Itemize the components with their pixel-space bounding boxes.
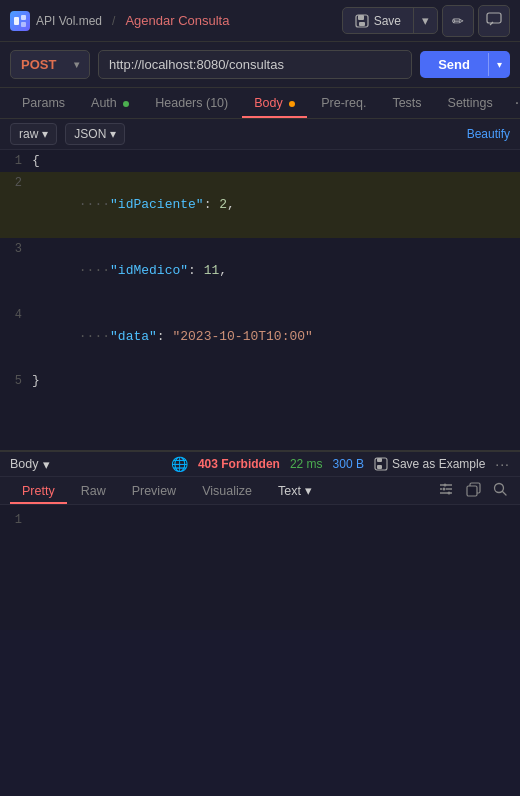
response-body: 1 (0, 505, 520, 630)
response-section: Body ▾ 🌐 403 Forbidden 22 ms 300 B Save … (0, 450, 520, 630)
tab-params[interactable]: Params (10, 88, 77, 118)
tab-params-label: Params (22, 96, 65, 110)
svg-rect-14 (467, 486, 477, 496)
breadcrumb: API Vol.med / Agendar Consulta (10, 11, 229, 31)
save-dropdown-button[interactable]: ▾ (413, 8, 437, 33)
tab-body[interactable]: Body (242, 88, 307, 118)
svg-point-12 (448, 492, 451, 495)
tab-headers-label: Headers (10) (155, 96, 228, 110)
line-content-2: ····"idPaciente": 2, (32, 172, 520, 238)
code-line-4: 4 ····"data": "2023-10-10T10:00" (0, 304, 520, 370)
svg-rect-1 (21, 15, 26, 20)
svg-rect-8 (377, 458, 382, 462)
tabs-more-icon[interactable]: ··· (507, 90, 520, 116)
format-select[interactable]: raw ▾ (10, 123, 57, 145)
resp-tab-pretty[interactable]: Pretty (10, 478, 67, 504)
beautify-button[interactable]: Beautify (467, 127, 510, 141)
line-content-1: { (32, 150, 520, 172)
val-idMedico: 11 (204, 263, 220, 278)
breadcrumb-current: Agendar Consulta (125, 13, 229, 28)
format-chevron-icon: ▾ (42, 127, 48, 141)
globe-icon: 🌐 (171, 456, 188, 472)
resp-tab-raw[interactable]: Raw (69, 478, 118, 504)
tab-auth[interactable]: Auth (79, 88, 141, 118)
method-select[interactable]: POST ▾ (10, 50, 90, 79)
line-num-3: 3 (0, 238, 32, 304)
tab-auth-label: Auth (91, 96, 117, 110)
response-toolbar: Body ▾ 🌐 403 Forbidden 22 ms 300 B Save … (0, 452, 520, 477)
svg-rect-4 (358, 15, 364, 20)
svg-point-10 (444, 484, 447, 487)
tab-prereq[interactable]: Pre-req. (309, 88, 378, 118)
tab-headers[interactable]: Headers (10) (143, 88, 240, 118)
code-line-5: 5 } (0, 370, 520, 392)
indent-dots-3: ···· (79, 263, 110, 278)
response-more-icon[interactable]: ··· (495, 456, 510, 472)
svg-point-11 (443, 488, 446, 491)
resp-format-select[interactable]: Text ▾ (266, 477, 324, 504)
topbar: API Vol.med / Agendar Consulta Save ▾ ✏ (0, 0, 520, 42)
line-content-5: } (32, 370, 520, 392)
send-button-group[interactable]: Send ▾ (420, 51, 510, 78)
beautify-label: Beautify (467, 127, 510, 141)
comment-button[interactable] (478, 5, 510, 37)
line-num-1: 1 (0, 150, 32, 172)
save-label: Save (374, 14, 401, 28)
tab-settings[interactable]: Settings (436, 88, 505, 118)
editor-toolbar: raw ▾ JSON ▾ Beautify (0, 119, 520, 150)
app-logo-icon (10, 11, 30, 31)
response-body-chevron-icon: ▾ (43, 457, 50, 472)
copy-icon[interactable] (464, 480, 483, 502)
line-content-3: ····"idMedico": 11, (32, 238, 520, 304)
url-input[interactable] (98, 50, 412, 79)
breadcrumb-parent: API Vol.med (36, 14, 102, 28)
resp-tab-visualize[interactable]: Visualize (190, 478, 264, 504)
tab-tests[interactable]: Tests (380, 88, 433, 118)
resp-line-num-1: 1 (0, 509, 32, 531)
tab-settings-label: Settings (448, 96, 493, 110)
val-idPaciente: 2 (219, 197, 227, 212)
response-status-bar: 🌐 403 Forbidden 22 ms 300 B Save as Exam… (171, 456, 510, 472)
comment-icon (486, 12, 502, 29)
save-example-button[interactable]: Save as Example (374, 457, 485, 471)
filter-icon[interactable] (436, 479, 456, 502)
indent-dots-2: ···· (79, 197, 110, 212)
breadcrumb-separator: / (112, 14, 115, 28)
request-tabs: Params Auth Headers (10) Body Pre-req. T… (0, 88, 520, 119)
resp-tab-raw-label: Raw (81, 484, 106, 498)
tab-prereq-label: Pre-req. (321, 96, 366, 110)
line-num-4: 4 (0, 304, 32, 370)
save-example-label: Save as Example (392, 457, 485, 471)
response-size: 300 B (333, 457, 364, 471)
code-line-1: 1 { (0, 150, 520, 172)
send-dropdown-button[interactable]: ▾ (488, 53, 510, 76)
key-data: "data" (110, 329, 157, 344)
val-data: "2023-10-10T10:00" (172, 329, 312, 344)
save-button[interactable]: Save (343, 9, 413, 33)
resp-tab-pretty-label: Pretty (22, 484, 55, 498)
search-icon[interactable] (491, 480, 510, 502)
resp-tab-visualize-label: Visualize (202, 484, 252, 498)
resp-tab-preview[interactable]: Preview (120, 478, 188, 504)
indent-dots-4: ···· (79, 329, 110, 344)
auth-dot-icon (123, 101, 129, 107)
code-line-3: 3 ····"idMedico": 11, (0, 238, 520, 304)
line-content-4: ····"data": "2023-10-10T10:00" (32, 304, 520, 370)
response-body-select[interactable]: Body ▾ (10, 457, 50, 472)
edit-button[interactable]: ✏ (442, 5, 474, 37)
response-time: 22 ms (290, 457, 323, 471)
lang-select[interactable]: JSON ▾ (65, 123, 125, 145)
send-button[interactable]: Send (420, 51, 488, 78)
key-idMedico: "idMedico" (110, 263, 188, 278)
svg-rect-6 (487, 13, 501, 23)
svg-rect-2 (21, 22, 26, 27)
line-num-2: 2 (0, 172, 32, 238)
save-button-group[interactable]: Save ▾ (342, 7, 438, 34)
body-dot-icon (289, 101, 295, 107)
edit-icon: ✏ (452, 13, 464, 29)
svg-rect-0 (14, 17, 19, 25)
code-editor[interactable]: 1 { 2 ····"idPaciente": 2, 3 ····"idMedi… (0, 150, 520, 450)
tab-body-label: Body (254, 96, 283, 110)
resp-format-label: Text (278, 484, 301, 498)
lang-chevron-icon: ▾ (110, 127, 116, 141)
